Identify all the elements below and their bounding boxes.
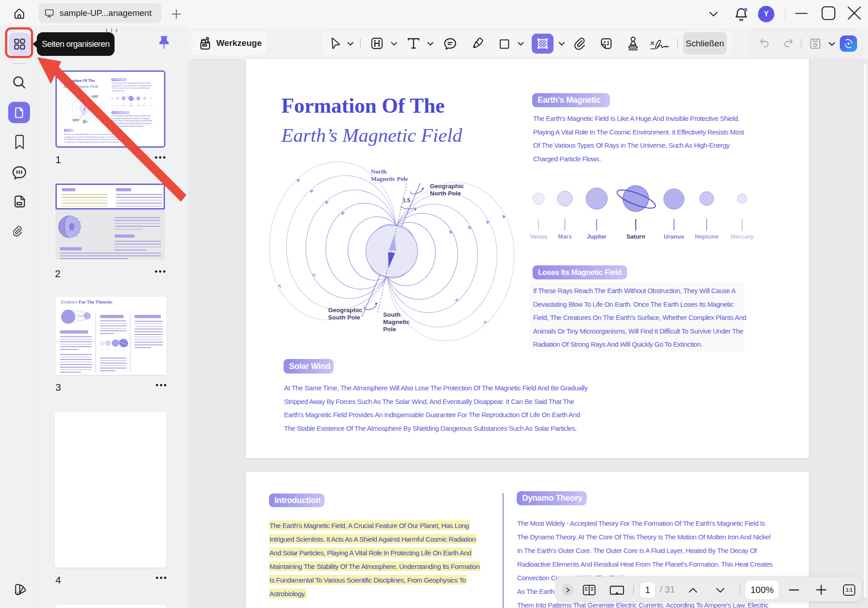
svg-text:1.5: 1.5 [87,98,89,99]
svg-text:1.5: 1.5 [403,197,410,204]
